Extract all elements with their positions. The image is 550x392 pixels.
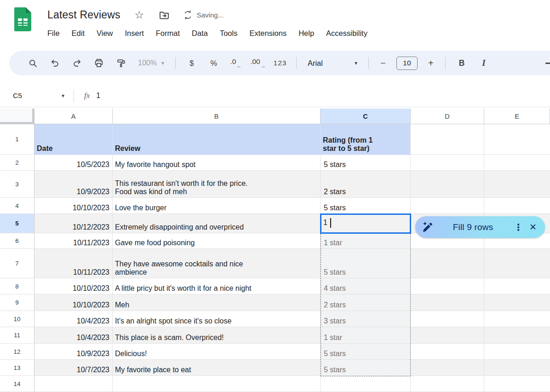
row-header-7[interactable]: 7 — [0, 249, 34, 278]
sheets-logo-icon[interactable] — [14, 7, 31, 31]
name-box[interactable]: C5 ▾ — [0, 92, 69, 100]
format-percent-button[interactable]: % — [204, 54, 223, 72]
cell-b12[interactable]: Delicious! — [113, 344, 321, 360]
paint-format-icon[interactable] — [111, 54, 131, 72]
cell-d14[interactable] — [411, 376, 484, 392]
row-header-1[interactable]: 1 — [0, 124, 34, 155]
zoom-select[interactable]: 100% ▾ — [133, 59, 169, 67]
menu-format[interactable]: Format — [150, 27, 186, 40]
cell-c9-suggested[interactable]: 2 stars — [321, 294, 411, 311]
row-header-12[interactable]: 12 — [0, 344, 34, 360]
cell-d13[interactable] — [411, 360, 484, 376]
cell-b8[interactable]: A little pricy but it's worth it for a n… — [113, 278, 321, 294]
cell-a2[interactable]: 10/5/2023 — [34, 155, 113, 171]
format-currency-button[interactable]: $ — [182, 54, 201, 72]
decrease-font-size-button[interactable]: − — [375, 58, 391, 69]
cell-b13[interactable]: My favorite place to eat — [113, 360, 321, 376]
menu-tools[interactable]: Tools — [214, 27, 244, 40]
row-header-3[interactable]: 3 — [0, 171, 34, 198]
row-header-8[interactable]: 8 — [0, 278, 34, 294]
select-all-corner[interactable] — [0, 109, 34, 124]
cell-e1[interactable] — [484, 124, 550, 155]
menu-extensions[interactable]: Extensions — [243, 27, 292, 40]
cell-a5[interactable]: 10/12/2023 — [34, 214, 113, 233]
menu-help[interactable]: Help — [292, 27, 320, 40]
cell-c7-suggested[interactable]: 5 stars — [321, 249, 411, 278]
formula-input[interactable]: 1 — [96, 92, 100, 100]
cell-e2[interactable] — [484, 155, 550, 171]
column-header-b[interactable]: B — [113, 109, 321, 124]
cell-c3[interactable]: 2 stars — [321, 171, 411, 198]
cell-e14[interactable] — [484, 376, 550, 392]
cell-e9[interactable] — [484, 294, 550, 311]
strikethrough-icon[interactable] — [545, 63, 550, 64]
cell-b11[interactable]: This place is a scam. Overpriced! — [113, 327, 321, 344]
autofill-suggestion-pill[interactable]: Fill 9 rows ⋮ ✕ — [415, 216, 545, 238]
cell-b10[interactable]: It's an alright spot since it's so close — [113, 311, 321, 327]
menu-edit[interactable]: Edit — [66, 27, 91, 40]
row-header-13[interactable]: 13 — [0, 360, 34, 376]
cell-b7[interactable]: They have awesome cocktails and nice amb… — [113, 249, 321, 278]
column-header-e[interactable]: E — [484, 109, 550, 124]
column-header-c[interactable]: C — [321, 109, 411, 124]
cell-b3[interactable]: This restaurant isn't worth it for the p… — [113, 171, 321, 198]
cell-c6-suggested[interactable]: 1 star — [321, 233, 411, 249]
row-header-6[interactable]: 6 — [0, 233, 34, 249]
cell-e8[interactable] — [484, 278, 550, 294]
font-family-select[interactable]: Arial ▾ — [303, 59, 362, 68]
row-header-5[interactable]: 5 — [0, 214, 34, 233]
cell-c1[interactable]: Rating (from 1 star to 5 star) — [321, 124, 411, 155]
menu-insert[interactable]: Insert — [119, 27, 150, 40]
fill-rows-label[interactable]: Fill 9 rows — [438, 222, 508, 232]
print-icon[interactable] — [89, 54, 109, 72]
number-format-button[interactable]: 123 — [270, 54, 290, 72]
cell-b14[interactable] — [113, 376, 321, 392]
star-icon[interactable]: ☆ — [133, 9, 145, 21]
decrease-decimal-button[interactable]: .0← — [226, 54, 246, 72]
menu-data[interactable]: Data — [186, 27, 214, 40]
cell-a8[interactable]: 10/10/2023 — [34, 278, 113, 294]
menu-view[interactable]: View — [91, 27, 119, 40]
cell-c8-suggested[interactable]: 4 stars — [321, 278, 411, 294]
cell-d2[interactable] — [411, 155, 484, 171]
cell-c12-suggested[interactable]: 5 stars — [321, 344, 411, 360]
cell-b4[interactable]: Love the burger — [113, 198, 321, 214]
cell-a7[interactable]: 10/11/2023 — [34, 249, 113, 278]
cell-d11[interactable] — [411, 327, 484, 344]
cell-a11[interactable]: 10/4/2023 — [34, 327, 113, 344]
more-vertical-icon[interactable]: ⋮ — [512, 223, 525, 232]
row-header-10[interactable]: 10 — [0, 311, 34, 327]
cell-d3[interactable] — [411, 171, 484, 198]
cell-b2[interactable]: My favorite hangout spot — [113, 155, 321, 171]
font-size-input[interactable]: 10 — [396, 57, 418, 70]
cell-a4[interactable]: 10/10/2023 — [34, 198, 113, 214]
redo-icon[interactable] — [67, 54, 86, 72]
cell-c10-suggested[interactable]: 3 stars — [321, 311, 411, 327]
italic-button[interactable]: I — [474, 54, 493, 72]
increase-font-size-button[interactable]: + — [423, 58, 439, 69]
cell-d12[interactable] — [411, 344, 484, 360]
cell-c4[interactable]: 5 stars — [321, 198, 411, 214]
cell-e3[interactable] — [484, 171, 550, 198]
cell-e4[interactable] — [484, 198, 550, 214]
cell-c13-suggested[interactable]: 5 stars — [321, 360, 411, 376]
cell-e12[interactable] — [484, 344, 550, 360]
cell-a1[interactable]: Date — [34, 124, 113, 155]
doc-title[interactable]: Latest Reviews — [47, 9, 120, 21]
cell-d1[interactable] — [411, 124, 484, 155]
cell-d8[interactable] — [411, 278, 484, 294]
cell-b5[interactable]: Extremely disappointing and overpriced — [113, 214, 321, 233]
bold-button[interactable]: B — [452, 54, 471, 72]
cell-c2[interactable]: 5 stars — [321, 155, 411, 171]
cell-b9[interactable]: Meh — [113, 294, 321, 311]
close-icon[interactable]: ✕ — [528, 223, 538, 231]
cell-a3[interactable]: 10/9/2023 — [34, 171, 113, 198]
move-to-folder-icon[interactable] — [158, 9, 170, 21]
cell-c5-editor[interactable]: 1 — [321, 214, 411, 233]
cell-a10[interactable]: 10/4/2023 — [34, 311, 113, 327]
cell-d4[interactable] — [411, 198, 484, 214]
cell-e7[interactable] — [484, 249, 550, 278]
row-header-14[interactable]: 14 — [0, 376, 34, 392]
cell-a6[interactable]: 10/11/2023 — [34, 233, 113, 249]
cell-c11-suggested[interactable]: 1 star — [321, 327, 411, 344]
